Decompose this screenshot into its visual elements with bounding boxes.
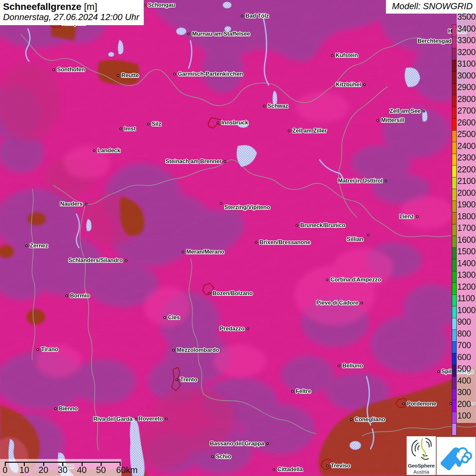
legend-segment	[452, 95, 457, 107]
legend-value: 2200	[457, 165, 476, 174]
legend-value: 1900	[457, 200, 476, 209]
city-dot	[363, 84, 366, 86]
city-dot	[224, 160, 226, 163]
city-label: Cles	[168, 314, 180, 321]
legend-value: 3500	[457, 13, 476, 21]
city-dot	[37, 348, 39, 351]
city-dot	[291, 390, 294, 393]
city-dot	[367, 234, 370, 236]
city-dot	[53, 69, 55, 71]
city-label: Trento	[180, 376, 197, 383]
city-label: Zell am Ziller	[292, 128, 327, 134]
legend-value: 700	[457, 341, 471, 350]
city-label: Meran/Merano	[186, 249, 224, 255]
city-dot	[403, 403, 405, 405]
city-label: Predazzo	[220, 325, 244, 332]
legend-segment	[452, 142, 457, 154]
city-dot	[296, 224, 298, 227]
city-label: Landeck	[98, 147, 120, 154]
legend-value: 1400	[457, 259, 476, 268]
city-label: Matrei in Osttirol	[338, 177, 382, 184]
city-dot	[288, 130, 290, 132]
legend-value: 2800	[457, 95, 476, 103]
legend-segment	[452, 236, 457, 248]
legend-value: 600	[457, 353, 471, 361]
city-dot	[120, 128, 122, 130]
city-dot	[267, 443, 269, 445]
legend-segment	[452, 48, 457, 60]
city-label: Steinach am Brenner	[166, 158, 222, 165]
city-label: Kitzbühel	[336, 81, 361, 88]
scale-label: 0	[3, 465, 7, 475]
legend-segment	[452, 388, 457, 401]
city-label: Riva del Garda	[93, 416, 133, 422]
city-dot	[416, 216, 419, 218]
city-label: Imst	[124, 125, 136, 132]
city-dot	[66, 295, 68, 297]
city-dot	[176, 379, 178, 381]
city-dot	[438, 371, 440, 373]
city-dot	[255, 241, 257, 244]
legend-value: 2300	[457, 153, 476, 162]
legend-segment	[452, 71, 457, 84]
city-dot	[173, 73, 176, 75]
city-dot	[93, 150, 96, 152]
city-label: Schio	[216, 453, 231, 460]
city-markers-layer: SchongauBad TölzKemptenMurnau am Staffel…	[0, 0, 476, 476]
city-label: Pordenone	[407, 401, 436, 407]
city-label: Bruneck/Brunico	[300, 222, 345, 228]
legend-segment	[452, 306, 457, 318]
legend-segment	[452, 271, 457, 283]
city-dot	[208, 292, 210, 295]
city-dot	[182, 251, 184, 253]
legend-segment	[452, 201, 457, 213]
city-dot	[326, 279, 328, 281]
legend-value: 300	[457, 388, 471, 396]
city-dot	[385, 180, 387, 182]
model-box: Modell: SNOWGRID	[386, 0, 476, 14]
legend-segment	[452, 423, 457, 436]
city-label: Nauders	[60, 201, 83, 207]
city-dot	[326, 465, 329, 467]
city-dot	[350, 419, 353, 421]
geosphere-contours-icon	[407, 436, 436, 462]
legend-segment	[452, 165, 457, 177]
city-dot	[211, 456, 214, 458]
legend-segment	[452, 118, 457, 131]
legend-segment	[452, 376, 457, 389]
legend-segment	[452, 341, 457, 354]
legend-segment	[452, 177, 457, 189]
city-label: Conegliano	[355, 416, 385, 423]
city-label: Sillian	[347, 236, 363, 242]
legend-segment	[452, 248, 457, 260]
legend-segment	[452, 24, 457, 37]
city-dot	[361, 302, 363, 304]
city-label: Feltre	[296, 388, 311, 394]
legend-segment	[452, 130, 457, 142]
city-dot	[217, 122, 219, 124]
city-dot	[338, 365, 340, 367]
legend-segment	[452, 353, 457, 365]
legend-value: 1600	[457, 236, 476, 244]
city-dot	[331, 54, 334, 57]
scale-label: 30	[58, 465, 68, 475]
legend-value: 3300	[457, 36, 476, 45]
model-label: Modell: SNOWGRID	[392, 1, 473, 11]
city-label: Schongau	[148, 2, 175, 8]
scale-bar: 0102030405060km	[0, 459, 121, 476]
legend-segment	[452, 189, 457, 201]
city-label: Bassano del Grappa	[210, 440, 264, 447]
snowfall-line-map: SchongauBad TölzKemptenMurnau am Staffel…	[0, 0, 476, 476]
legend-segment	[452, 36, 457, 49]
map-datetime: Donnerstag, 27.06.2024 12:00 Uhr	[3, 12, 139, 22]
city-label: Silz	[152, 121, 161, 127]
scale-label: 40	[77, 465, 87, 475]
city-dot	[263, 105, 266, 107]
scale-label: 10	[19, 465, 29, 475]
city-dot	[220, 202, 222, 205]
city-dot	[135, 418, 137, 421]
city-dot	[164, 317, 166, 319]
legend-value: 100	[457, 411, 471, 420]
legend-value: 3100	[457, 60, 476, 68]
legend-segment	[452, 329, 457, 342]
